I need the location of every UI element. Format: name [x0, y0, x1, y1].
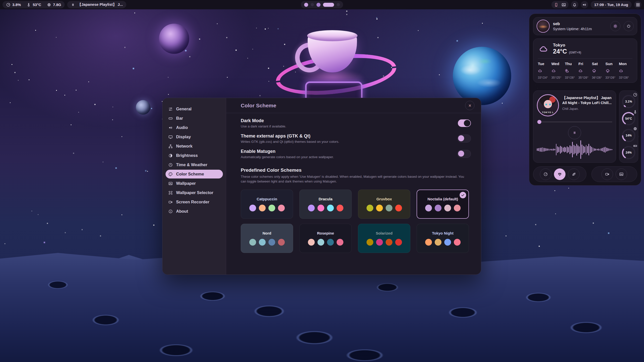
sidebar-item-wallpaper-selector[interactable]: Wallpaper Selector [166, 188, 223, 197]
color-dot [278, 205, 285, 211]
sidebar-item-color-scheme[interactable]: Color Scheme [166, 170, 223, 178]
workspace-5[interactable] [337, 3, 340, 6]
setting-row: Enable MatugenAutomatically generate col… [241, 149, 471, 159]
power-button[interactable] [624, 21, 634, 31]
sidebar-item-display[interactable]: Display [166, 132, 223, 141]
toggle-knob [458, 135, 464, 141]
gauge-24: 24% [621, 144, 636, 160]
setting-description: Automatically generate colors based on y… [241, 155, 452, 159]
scheme-card-rosepine[interactable]: Rosepine [299, 224, 352, 253]
workspace-2[interactable] [311, 3, 314, 6]
scheme-colors [425, 205, 461, 211]
toggle-list: Dark ModeUse a dark variant if available… [241, 118, 471, 159]
color-dot [327, 205, 334, 211]
chip-icon [633, 126, 637, 132]
sun-cloud-icon [565, 68, 578, 74]
color-dot [454, 239, 461, 246]
scheme-card-nord[interactable]: Nord [241, 224, 293, 253]
workspace-3[interactable] [316, 3, 320, 7]
toggle-switch[interactable] [457, 150, 471, 158]
seek-bar[interactable] [537, 120, 612, 124]
forecast-day-name: Sat [592, 62, 606, 66]
weather-temp: 24°C [553, 48, 567, 55]
sidebar-item-label: Display [176, 134, 191, 139]
sidebar-item-screen-recorder[interactable]: Screen Recorder [166, 198, 223, 206]
clock-icon [168, 163, 173, 167]
volume-button[interactable] [581, 1, 588, 8]
image-button[interactable] [616, 168, 627, 180]
tray-wallpaper-icon[interactable] [561, 3, 566, 7]
app-launcher-button[interactable] [634, 1, 641, 8]
notifications-button[interactable] [571, 1, 578, 8]
weather-city: Tokyo [553, 43, 581, 48]
sidebar-item-time-weather[interactable]: Time & Weather [166, 160, 223, 169]
section-title: Predefined Color Schemes [241, 167, 471, 173]
forecast-day-name: Tue [538, 62, 551, 66]
scheme-card-noctalia-default-[interactable]: Noctalia (default) [417, 190, 469, 219]
gauge-button[interactable] [540, 168, 551, 180]
color-dot [367, 205, 373, 211]
side-panel: seb System Uptime: 4h11m Tokyo 24°C (GMT… [529, 14, 641, 186]
sliders-icon [168, 107, 173, 111]
weather-timezone: (GMT+9) [569, 51, 581, 54]
saturn-coffee-cup-art [275, 32, 389, 100]
workspace-4[interactable] [323, 3, 334, 7]
color-dot [259, 205, 266, 211]
scales-button[interactable] [554, 168, 566, 180]
media-pill[interactable]: 【Japanese Playlist】 J... [67, 1, 126, 8]
scheme-title: Noctalia (default) [427, 197, 458, 201]
page-title: Color Scheme [241, 103, 465, 109]
sidebar-item-bar[interactable]: Bar [166, 114, 223, 123]
workspace-indicator[interactable] [301, 1, 343, 8]
color-dot [249, 205, 256, 211]
color-dot [395, 205, 402, 211]
setting-info: Enable MatugenAutomatically generate col… [241, 149, 452, 159]
color-dot [259, 239, 266, 246]
scheme-colors [249, 205, 285, 211]
scheme-title: Solarized [376, 231, 393, 235]
scheme-card-catppuccin[interactable]: Catppuccin [241, 190, 293, 219]
forecast-day: Sat36°/26° [592, 62, 606, 79]
sidebar-item-wallpaper[interactable]: Wallpaper [166, 179, 223, 188]
color-dot [376, 239, 383, 246]
sidebar-item-general[interactable]: General [166, 105, 223, 113]
scheme-colors [367, 239, 402, 246]
color-dot [308, 239, 315, 246]
forecast-day: Tue33°/24° [538, 62, 551, 79]
display-icon [168, 135, 173, 139]
scheme-card-solarized[interactable]: Solarized [358, 224, 410, 253]
sidebar-item-network[interactable]: Network [166, 142, 223, 151]
leaf-button[interactable] [568, 168, 580, 180]
divider [538, 58, 632, 59]
workspace-1[interactable] [304, 3, 308, 7]
system-tray [551, 1, 569, 8]
close-button[interactable] [465, 101, 474, 110]
seek-handle[interactable] [537, 120, 541, 124]
settings-window: GeneralBarAudioDisplayNetworkBrightnessT… [162, 98, 481, 275]
color-dot [435, 205, 441, 211]
sidebar-item-brightness[interactable]: Brightness [166, 151, 223, 160]
scheme-card-dracula[interactable]: Dracula [299, 190, 352, 219]
audio-visualizer [537, 140, 612, 159]
settings-button[interactable] [610, 21, 620, 31]
settings-main: Color Scheme Dark ModeUse a dark variant… [226, 98, 481, 275]
forecast-day: Thu33°/26° [565, 62, 578, 79]
color-dot [367, 239, 373, 246]
setting-title: Enable Matugen [241, 149, 452, 154]
scheme-card-tokyo-night[interactable]: Tokyo Night [417, 224, 469, 253]
camera-button[interactable] [601, 168, 613, 180]
clock[interactable]: 17:09 - Tue, 19 Aug [591, 1, 632, 8]
tray-app-icon[interactable] [554, 3, 558, 7]
sidebar-item-about[interactable]: About [166, 207, 223, 216]
scheme-card-gruvbox[interactable]: Gruvbox [358, 190, 410, 219]
sidebar-item-audio[interactable]: Audio [166, 123, 223, 132]
play-pause-button[interactable] [568, 126, 581, 139]
toggle-switch[interactable] [457, 134, 471, 143]
toggle-switch[interactable] [458, 119, 471, 127]
scheme-colors [425, 239, 461, 246]
sidebar-item-label: Wallpaper [176, 181, 196, 186]
quick-settings-right [591, 166, 637, 182]
forecast-day-name: Mon [619, 62, 632, 66]
weather-icon [538, 44, 549, 54]
forecast-day: Wed35°/25° [551, 62, 565, 79]
